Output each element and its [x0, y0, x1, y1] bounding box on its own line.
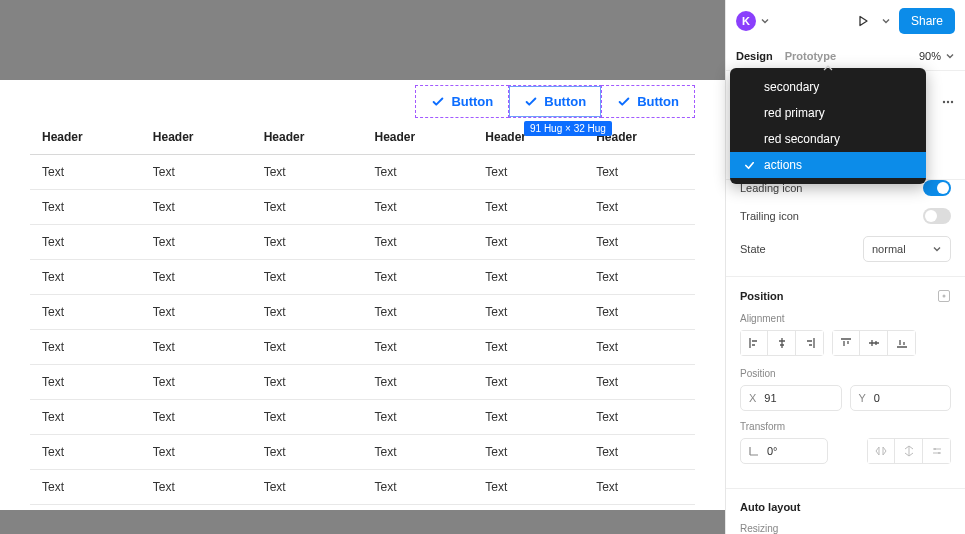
table-row: TextTextTextTextTextText [30, 470, 695, 505]
align-right-button[interactable] [796, 330, 824, 356]
check-icon [524, 95, 538, 109]
table-cell: Text [584, 155, 695, 190]
table-header: Header [362, 120, 473, 155]
dropdown-item[interactable]: red primary [730, 100, 926, 126]
chevron-down-icon [932, 244, 942, 254]
prototype-buttons-row: Button Button Button [415, 85, 695, 118]
trailing-icon-toggle[interactable] [923, 208, 951, 224]
more-options-icon[interactable] [939, 93, 957, 111]
state-select[interactable]: normal [863, 236, 951, 262]
align-top-button[interactable] [832, 330, 860, 356]
table-cell: Text [252, 400, 363, 435]
table-cell: Text [473, 225, 584, 260]
table-cell: Text [252, 365, 363, 400]
zoom-value: 90% [919, 50, 941, 62]
align-left-button[interactable] [740, 330, 768, 356]
table-row: TextTextTextTextTextText [30, 190, 695, 225]
table-cell: Text [584, 190, 695, 225]
table-cell: Text [362, 260, 473, 295]
table-cell: Text [252, 330, 363, 365]
dimension-badge: 91 Hug × 32 Hug [524, 121, 612, 136]
align-center-h-button[interactable] [768, 330, 796, 356]
panel-top-bar: K Share [726, 0, 965, 42]
transform-label: Transform [740, 421, 951, 432]
dropdown-item-label: red primary [764, 106, 825, 120]
table-header: Header [252, 120, 363, 155]
table-cell: Text [141, 330, 252, 365]
table-cell: Text [30, 225, 141, 260]
svg-point-2 [934, 448, 936, 450]
x-field[interactable]: X91 [740, 385, 842, 411]
table-cell: Text [252, 190, 363, 225]
button-instance-1[interactable]: Button [415, 85, 509, 118]
align-center-v-button[interactable] [860, 330, 888, 356]
table-cell: Text [141, 365, 252, 400]
table-cell: Text [473, 400, 584, 435]
alignment-label: Alignment [740, 313, 951, 324]
dropdown-item[interactable]: red secondary [730, 126, 926, 152]
table-cell: Text [252, 155, 363, 190]
table-cell: Text [252, 435, 363, 470]
avatar: K [736, 11, 756, 31]
table-cell: Text [141, 295, 252, 330]
table-cell: Text [252, 295, 363, 330]
table-cell: Text [584, 435, 695, 470]
angle-icon [749, 446, 759, 456]
table-cell: Text [362, 225, 473, 260]
more-transform-button[interactable] [923, 438, 951, 464]
table-cell: Text [362, 330, 473, 365]
position-sub-label: Position [740, 368, 951, 379]
share-button[interactable]: Share [899, 8, 955, 34]
button-instance-2[interactable]: Button [508, 85, 602, 118]
variant-dropdown[interactable]: secondaryred primaryred secondaryactions [730, 68, 926, 184]
button-instance-3[interactable]: Button [601, 85, 695, 118]
tab-design[interactable]: Design [736, 42, 773, 70]
position-title: Position [740, 290, 783, 302]
zoom-control[interactable]: 90% [919, 50, 955, 62]
table-cell: Text [584, 470, 695, 505]
dropdown-item-label: red secondary [764, 132, 840, 146]
table-cell: Text [473, 470, 584, 505]
caret-up-icon [823, 65, 833, 71]
focus-icon[interactable] [937, 289, 951, 303]
table-cell: Text [473, 365, 584, 400]
user-menu[interactable]: K [736, 11, 770, 31]
table-cell: Text [473, 295, 584, 330]
dropdown-item-label: secondary [764, 80, 819, 94]
align-bottom-button[interactable] [888, 330, 916, 356]
dropdown-item[interactable]: secondary [730, 74, 926, 100]
table-cell: Text [252, 225, 363, 260]
state-label: State [740, 243, 766, 255]
dropdown-item-label: actions [764, 158, 802, 172]
rotation-field[interactable]: 0° [740, 438, 828, 464]
data-table: HeaderHeaderHeaderHeaderHeaderHeader Tex… [30, 120, 695, 505]
table-header: Header [141, 120, 252, 155]
trailing-icon-label: Trailing icon [740, 210, 799, 222]
y-field[interactable]: Y0 [850, 385, 952, 411]
table-row: TextTextTextTextTextText [30, 260, 695, 295]
present-button[interactable] [853, 11, 873, 31]
chevron-down-icon[interactable] [881, 16, 891, 26]
table-cell: Text [30, 330, 141, 365]
table-cell: Text [362, 295, 473, 330]
table-cell: Text [141, 190, 252, 225]
check-icon [431, 95, 445, 109]
canvas-area[interactable]: Button Button Button 91 Hug × 32 Hug Hea… [0, 0, 725, 534]
table-cell: Text [30, 400, 141, 435]
table-cell: Text [473, 190, 584, 225]
flip-v-button[interactable] [895, 438, 923, 464]
table-cell: Text [30, 155, 141, 190]
table-cell: Text [362, 155, 473, 190]
chevron-down-icon [760, 16, 770, 26]
table-cell: Text [141, 400, 252, 435]
flip-h-button[interactable] [867, 438, 895, 464]
table-header: Header [30, 120, 141, 155]
canvas-frame[interactable]: Button Button Button 91 Hug × 32 Hug Hea… [0, 80, 725, 510]
resizing-label: Resizing [740, 523, 951, 534]
dropdown-item[interactable]: actions [730, 152, 926, 178]
table-cell: Text [362, 400, 473, 435]
table-cell: Text [362, 365, 473, 400]
leading-icon-toggle[interactable] [923, 180, 951, 196]
table-cell: Text [473, 260, 584, 295]
table-cell: Text [30, 295, 141, 330]
